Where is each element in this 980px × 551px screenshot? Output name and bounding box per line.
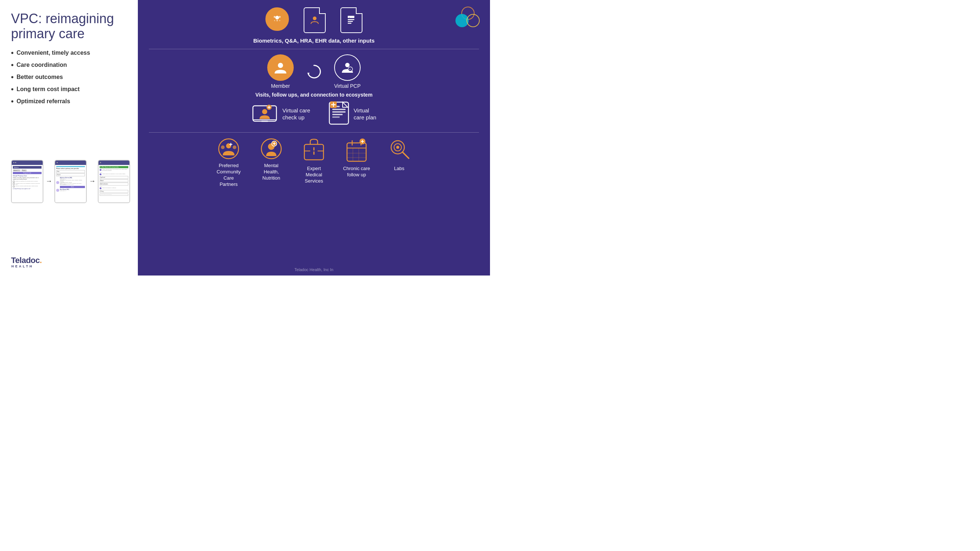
care-item-2: Virtualcare plan — [329, 101, 376, 127]
bullet-item-3: Better outcomes — [11, 73, 127, 81]
teladoc-brand: Teladoc. — [11, 256, 42, 265]
right-panel: + Biometrics, Q&A, HRA, EHR data, other … — [138, 0, 490, 275]
left-panel: VPC: reimagining primary care Convenient… — [0, 0, 138, 275]
cycle-arrow-icon — [305, 62, 323, 81]
eco-item-labs: Labs — [383, 138, 416, 172]
vpcp-icon: + — [334, 54, 361, 81]
eco-item-expert: ExpertMedicalServices — [298, 138, 331, 184]
svg-text:+: + — [349, 68, 351, 71]
visits-label: Visits, follow ups, and connection to ec… — [256, 92, 373, 98]
member-svg — [273, 60, 288, 75]
svg-point-12 — [278, 63, 283, 68]
bullet-list: Convenient, timely access Care coordinat… — [11, 49, 127, 106]
svg-point-5 — [279, 20, 280, 21]
ecosystem-section: PreferredCommunityCarePartners MentalHea… — [149, 138, 479, 188]
biometrics-svg — [271, 13, 283, 25]
hra-icon-item: + — [340, 7, 363, 33]
member-label: Member — [271, 83, 290, 89]
svg-point-62 — [396, 146, 399, 149]
ecosystem-row: PreferredCommunityCarePartners MentalHea… — [212, 138, 416, 188]
eco-label-labs: Labs — [394, 166, 404, 172]
care-item-1: Virtual carecheck up — [251, 102, 310, 125]
page-title: VPC: reimagining primary care — [11, 11, 127, 41]
svg-point-14 — [345, 63, 350, 67]
qa-icon-item — [304, 7, 326, 33]
svg-rect-48 — [347, 143, 366, 161]
expert-icon — [303, 138, 325, 163]
eco-label-chronic: Chronic carefollow up — [343, 166, 370, 178]
labs-icon — [388, 138, 410, 163]
member-icon — [267, 54, 294, 81]
qa-svg — [310, 15, 320, 25]
svg-line-61 — [402, 152, 409, 158]
member-section: Member + Virtual — [149, 54, 479, 133]
qa-rect — [304, 7, 326, 33]
bullet-item-4: Long term cost impact — [11, 85, 127, 94]
vpcp-svg: + — [340, 60, 355, 75]
venn-logo — [455, 6, 481, 29]
svg-point-0 — [275, 16, 279, 19]
eco-item-chronic: Chronic carefollow up — [340, 138, 373, 178]
svg-rect-8 — [348, 19, 354, 20]
member-row: Member + Virtual — [267, 54, 361, 89]
svg-rect-27 — [332, 111, 345, 113]
bullet-item-5: Optimized referrals — [11, 97, 127, 106]
biometrics-circle — [266, 7, 289, 31]
bullet-item-1: Convenient, timely access — [11, 49, 127, 57]
eco-item-community: PreferredCommunityCarePartners — [212, 138, 245, 188]
member-icon-wrap: Member — [267, 54, 294, 89]
svg-rect-9 — [348, 21, 353, 22]
eco-label-expert: ExpertMedicalServices — [305, 166, 323, 184]
chronic-icon — [345, 138, 368, 163]
vpcp-label: Virtual PCP — [334, 83, 361, 89]
logo-area: Teladoc. HEALTH — [11, 256, 127, 268]
svg-point-1 — [274, 16, 276, 18]
screenshot-3: Dr. Miss Rawan will be joining shortly. … — [98, 160, 130, 203]
care-row: Virtual carecheck up — [251, 101, 376, 127]
eco-label-community: PreferredCommunityCarePartners — [216, 163, 241, 188]
screenshots-row: Teladoc Antonio G. ▾ Texas ▾ Request Car… — [11, 160, 127, 203]
bullet-item-2: Care coordination — [11, 61, 127, 70]
svg-rect-29 — [332, 116, 340, 118]
eco-item-mental: MentalHealth,Nutrition — [255, 138, 288, 181]
svg-rect-28 — [332, 114, 343, 115]
care-label-2: Virtualcare plan — [354, 107, 376, 121]
footer-credit: Teladoc Health, Inc In — [294, 267, 333, 272]
care-label-1: Virtual carecheck up — [282, 107, 310, 121]
svg-point-20 — [262, 109, 267, 114]
screenshot-2: Please select a primary care provider Fi… — [54, 160, 87, 203]
care-plan-icon — [329, 101, 349, 127]
svg-rect-26 — [332, 109, 345, 110]
hra-rect: + — [340, 7, 363, 33]
teladoc-logo: Teladoc. HEALTH — [11, 256, 42, 268]
svg-point-36 — [233, 146, 236, 149]
svg-point-35 — [221, 146, 224, 149]
input-icons: + — [266, 7, 363, 33]
eco-label-mental: MentalHealth,Nutrition — [262, 163, 280, 181]
hra-svg: + — [346, 15, 356, 25]
svg-point-4 — [274, 20, 275, 21]
svg-rect-10 — [348, 23, 352, 24]
biometrics-icon-item — [266, 7, 289, 33]
arrow-2: → — [89, 178, 95, 185]
inputs-label: Biometrics, Q&A, HRA, EHR data, other in… — [253, 38, 375, 44]
arrow-1: → — [46, 178, 52, 185]
teladoc-health-subtitle: HEALTH — [11, 265, 42, 268]
screenshot-1: Teladoc Antonio G. ▾ Texas ▾ Request Car… — [11, 160, 43, 203]
svg-point-3 — [277, 20, 278, 21]
vpcp-icon-wrap: + Virtual PCP — [334, 54, 361, 89]
community-icon — [218, 138, 240, 160]
inputs-section: + Biometrics, Q&A, HRA, EHR data, other … — [149, 7, 479, 49]
mental-icon — [260, 138, 282, 160]
care-checkup-icon — [251, 102, 278, 125]
svg-point-6 — [313, 16, 317, 20]
svg-point-2 — [279, 16, 281, 18]
